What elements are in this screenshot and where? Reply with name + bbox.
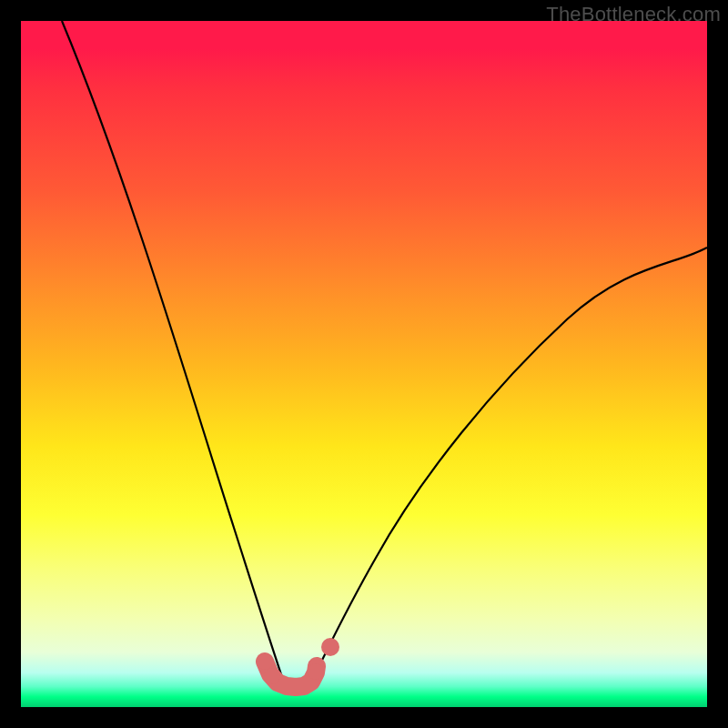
isolated-bead — [321, 638, 339, 656]
right-curve-overlay — [309, 248, 707, 685]
bead-dot — [257, 653, 273, 670]
chart-svg: path[data-name="right-curve"] { display:… — [21, 21, 707, 707]
watermark-text: TheBottleneck.com — [546, 3, 721, 26]
left-curve — [62, 21, 285, 685]
bead-dot — [308, 663, 324, 680]
plot-area: path[data-name="right-curve"] { display:… — [21, 21, 707, 707]
bead-dot — [264, 668, 280, 684]
